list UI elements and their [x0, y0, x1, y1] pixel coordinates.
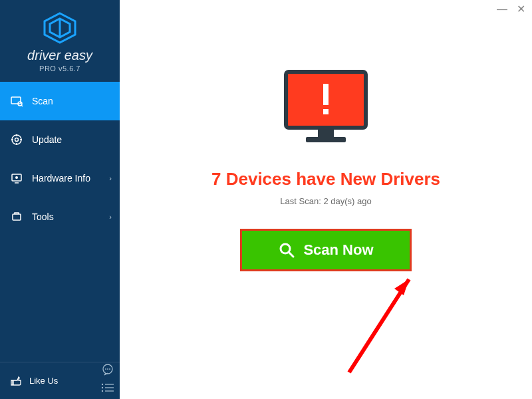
chevron-right-icon: ›	[109, 213, 112, 221]
svg-point-22	[102, 387, 103, 388]
svg-rect-29	[323, 84, 329, 105]
thumbs-up-icon	[8, 375, 23, 387]
svg-rect-27	[318, 128, 334, 137]
sidebar-item-label: Scan	[32, 96, 53, 106]
svg-point-14	[15, 176, 18, 179]
chevron-right-icon: ›	[109, 174, 112, 182]
svg-rect-15	[13, 214, 21, 220]
svg-point-20	[102, 384, 103, 385]
svg-line-32	[289, 253, 293, 257]
feedback-icon[interactable]	[101, 363, 114, 379]
svg-point-31	[281, 244, 290, 253]
sidebar-item-label: Tools	[32, 211, 54, 222]
svg-point-6	[12, 135, 21, 144]
svg-point-18	[107, 368, 108, 370]
logo-area: driver easy PRO v5.6.7	[0, 0, 120, 82]
svg-rect-3	[11, 97, 21, 104]
svg-marker-34	[394, 279, 409, 295]
app-window: driver easy PRO v5.6.7 Scan Update Ha	[0, 0, 532, 399]
like-us-link[interactable]: Like Us	[29, 376, 58, 386]
close-button[interactable]: ✕	[517, 4, 525, 15]
scan-now-button[interactable]: Scan Now	[240, 229, 412, 271]
sidebar-item-label: Update	[32, 134, 62, 145]
svg-point-17	[105, 368, 106, 370]
sidebar-item-scan[interactable]: Scan	[0, 82, 120, 120]
svg-line-5	[21, 105, 23, 106]
sidebar-item-update[interactable]: Update	[0, 120, 120, 159]
window-controls: — ✕	[497, 4, 525, 15]
scan-button-label: Scan Now	[303, 241, 373, 259]
menu-icon[interactable]	[101, 383, 114, 395]
sidebar-nav: Scan Update Hardware Info › Tools	[0, 82, 120, 362]
sidebar: driver easy PRO v5.6.7 Scan Update Ha	[0, 0, 120, 399]
sidebar-item-hardware-info[interactable]: Hardware Info ›	[0, 159, 120, 198]
tools-icon	[9, 211, 24, 223]
alert-monitor-icon	[279, 66, 372, 156]
svg-point-24	[102, 390, 103, 392]
hardware-icon	[9, 172, 24, 184]
sidebar-footer: Like Us	[0, 362, 120, 399]
svg-rect-30	[323, 109, 329, 114]
status-headline: 7 Devices have New Drivers	[120, 169, 532, 190]
last-scan-label: Last Scan: 2 day(s) ago	[120, 196, 532, 206]
update-icon	[9, 134, 24, 146]
logo-icon	[42, 12, 78, 44]
version-label: PRO v5.6.7	[0, 65, 120, 72]
svg-line-33	[349, 279, 409, 372]
minimize-button[interactable]: —	[497, 4, 507, 15]
sidebar-item-label: Hardware Info	[32, 173, 90, 184]
annotation-arrow	[336, 266, 442, 379]
logo-text: driver easy	[0, 48, 120, 63]
main-panel: — ✕ 7 Devices have New Drivers Last Scan…	[120, 0, 532, 399]
search-icon	[278, 241, 295, 259]
scan-icon	[9, 95, 24, 107]
svg-point-7	[15, 138, 19, 142]
scan-status-area: 7 Devices have New Drivers Last Scan: 2 …	[120, 66, 532, 271]
svg-point-19	[109, 368, 110, 370]
sidebar-item-tools[interactable]: Tools ›	[0, 198, 120, 236]
svg-rect-28	[306, 137, 346, 142]
